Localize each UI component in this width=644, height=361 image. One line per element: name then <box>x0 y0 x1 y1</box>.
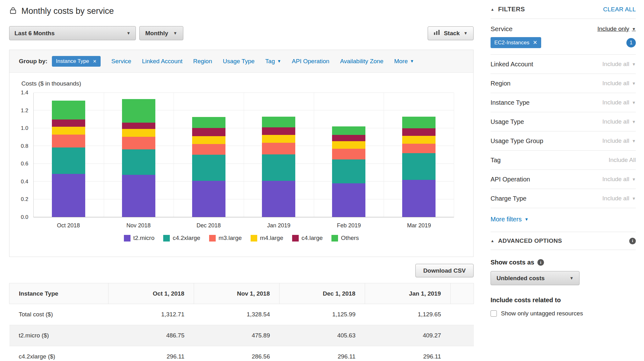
filter-row-charge-type[interactable]: Charge TypeInclude all▼ <box>491 189 636 208</box>
download-csv-button[interactable]: Download CSV <box>415 264 474 277</box>
bar-segment-m4.large[interactable] <box>262 135 295 143</box>
more-filters-link[interactable]: More filters ▼ <box>491 216 529 223</box>
filter-value-dropdown[interactable]: Include all▼ <box>602 137 636 144</box>
filter-value-dropdown[interactable]: Include all▼ <box>602 118 636 125</box>
unblended-costs-dropdown[interactable]: Unblended costs ▼ <box>491 271 580 285</box>
info-icon[interactable]: i <box>537 259 544 266</box>
bar-segment-m4.large[interactable] <box>52 127 85 135</box>
show-costs-as-label-row: Show costs as i <box>491 259 636 266</box>
stacked-bar[interactable] <box>52 93 85 217</box>
bar-segment-t2.micro[interactable] <box>262 181 295 217</box>
filter-value-dropdown[interactable]: Include all▼ <box>602 195 636 202</box>
stacked-bar[interactable] <box>122 93 155 217</box>
filter-value-dropdown[interactable]: Include all▼ <box>602 99 636 106</box>
group-by-link-service[interactable]: Service <box>111 58 131 65</box>
x-tick-label: Jan 2019 <box>244 217 314 229</box>
date-range-dropdown[interactable]: Last 6 Months ▼ <box>9 26 136 40</box>
date-range-label: Last 6 Months <box>14 30 55 37</box>
close-icon[interactable]: ✕ <box>533 39 537 46</box>
chart-body: Costs ($ in thousands) 0.00.20.40.60.81.… <box>9 73 473 242</box>
bar-segment-c4.2xlarge[interactable] <box>262 154 295 181</box>
group-by-link-tag[interactable]: Tag ▼ <box>265 58 281 65</box>
group-by-link-usage-type[interactable]: Usage Type <box>223 58 255 65</box>
group-by-link-linked-account[interactable]: Linked Account <box>142 58 182 65</box>
filter-row-tag[interactable]: TagInclude All <box>491 151 636 170</box>
bar-segment-c4.2xlarge[interactable] <box>332 159 365 183</box>
bar-segment-m3.large[interactable] <box>332 149 365 159</box>
bar-segment-Others[interactable] <box>52 101 85 120</box>
group-by-link-region[interactable]: Region <box>193 58 212 65</box>
chart-title: Costs ($ in thousands) <box>21 80 473 87</box>
bar-segment-t2.micro[interactable] <box>402 180 436 217</box>
filters-header: ▲ FILTERS CLEAR ALL <box>491 0 636 19</box>
bar-segment-t2.micro[interactable] <box>122 175 155 217</box>
info-icon[interactable]: i <box>629 238 636 244</box>
close-icon[interactable]: ✕ <box>93 59 97 64</box>
group-by-label: Group by: <box>19 58 47 65</box>
clear-all-link[interactable]: CLEAR ALL <box>603 6 636 13</box>
bar-segment-m4.large[interactable] <box>122 129 155 137</box>
stacked-bar[interactable] <box>192 93 225 217</box>
bar-segment-c4.large[interactable] <box>402 128 436 136</box>
bar-segment-c4.large[interactable] <box>52 119 85 127</box>
legend-label: Others <box>341 235 359 242</box>
bar-segment-c4.2xlarge[interactable] <box>122 149 155 175</box>
group-by-link-api-operation[interactable]: API Operation <box>292 58 329 65</box>
bar-segment-c4.large[interactable] <box>122 123 155 129</box>
filter-row-api-operation[interactable]: API OperationInclude all▼ <box>491 170 636 189</box>
bar-segment-c4.large[interactable] <box>332 135 365 141</box>
filter-value-dropdown[interactable]: Include all▼ <box>602 80 636 87</box>
bar-segment-m3.large[interactable] <box>262 143 295 154</box>
group-by-chip-instance-type[interactable]: Instance Type ✕ <box>52 56 101 67</box>
bar-segment-t2.micro[interactable] <box>52 174 85 217</box>
stacked-bar[interactable] <box>262 93 295 217</box>
collapse-arrow-icon[interactable]: ▲ <box>491 239 494 243</box>
bar-segment-m3.large[interactable] <box>52 135 85 147</box>
granularity-dropdown[interactable]: Monthly ▼ <box>139 26 183 40</box>
bar-segment-c4.2xlarge[interactable] <box>192 155 225 181</box>
bar-segment-t2.micro[interactable] <box>332 183 365 217</box>
filter-value-dropdown[interactable]: Include all▼ <box>602 176 636 183</box>
bar-segment-c4.2xlarge[interactable] <box>402 153 436 180</box>
bar-segment-m3.large[interactable] <box>402 144 436 153</box>
bar-segment-m4.large[interactable] <box>192 136 225 144</box>
bar-segment-Others[interactable] <box>332 126 365 135</box>
service-filter-chip[interactable]: EC2-Instances ✕ <box>491 37 541 48</box>
y-tick-label: 0.8 <box>21 143 28 149</box>
bar-segment-t2.micro[interactable] <box>192 181 225 217</box>
filter-value-dropdown[interactable]: Include all▼ <box>602 61 636 68</box>
more-filters-label: More filters <box>491 216 522 223</box>
filter-value-label: Include all <box>602 61 630 68</box>
filter-label: Tag <box>491 157 501 164</box>
untagged-checkbox[interactable] <box>491 310 497 317</box>
bar-segment-Others[interactable] <box>402 117 436 128</box>
group-by-link-more-label: More <box>394 58 408 65</box>
bar-segment-c4.large[interactable] <box>192 128 225 136</box>
bar-segment-m3.large[interactable] <box>122 137 155 149</box>
include-only-dropdown[interactable]: Include only ▼ <box>597 25 636 32</box>
bar-segment-Others[interactable] <box>122 99 155 123</box>
bar-segment-Others[interactable] <box>192 117 225 128</box>
filter-row-instance-type[interactable]: Instance TypeInclude all▼ <box>491 93 636 112</box>
bar-segment-m3.large[interactable] <box>192 144 225 155</box>
filter-count-badge: 1 <box>626 38 636 47</box>
filter-row-usage-type[interactable]: Usage TypeInclude all▼ <box>491 112 636 131</box>
filter-row-region[interactable]: RegionInclude all▼ <box>491 74 636 93</box>
group-by-link-availability-zone[interactable]: Availability Zone <box>340 58 383 65</box>
table-cell-empty <box>451 325 474 346</box>
bar-segment-m4.large[interactable] <box>332 141 365 149</box>
group-by-link-more[interactable]: More ▼ <box>394 58 414 65</box>
bar-segment-c4.large[interactable] <box>262 127 295 135</box>
y-tick-label: 0.4 <box>21 179 28 185</box>
bar-segment-m4.large[interactable] <box>402 136 436 144</box>
chart-type-dropdown[interactable]: Stack ▼ <box>428 26 474 40</box>
filter-value-dropdown[interactable]: Include All <box>608 157 636 164</box>
y-tick-label: 1.2 <box>21 108 28 114</box>
bar-segment-Others[interactable] <box>262 117 295 127</box>
filter-row-linked-account[interactable]: Linked AccountInclude all▼ <box>491 55 636 74</box>
collapse-arrow-icon[interactable]: ▲ <box>491 7 494 12</box>
stacked-bar[interactable] <box>402 93 436 217</box>
filter-row-usage-type-group[interactable]: Usage Type GroupInclude all▼ <box>491 131 636 151</box>
stacked-bar[interactable] <box>332 93 365 217</box>
bar-segment-c4.2xlarge[interactable] <box>52 147 85 174</box>
